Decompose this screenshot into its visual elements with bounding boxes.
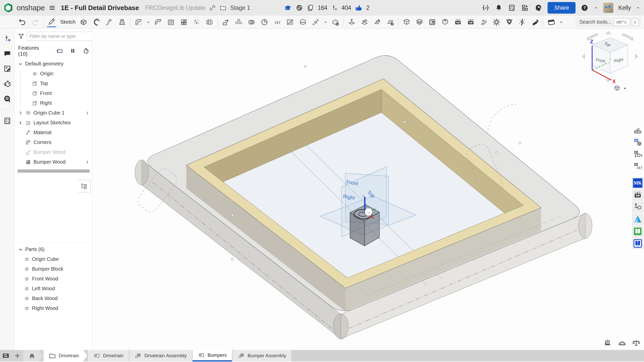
help-icon[interactable]: ?	[581, 4, 589, 12]
feature-corners[interactable]: Corners	[15, 137, 92, 147]
comments-button[interactable]	[3, 49, 12, 58]
extrude-tool[interactable]	[79, 17, 88, 27]
protractor-icon[interactable]	[618, 339, 626, 347]
chamfer-tool[interactable]	[153, 17, 163, 27]
delete-part-tool[interactable]	[331, 17, 340, 27]
variables-table-button[interactable]: (x)	[632, 161, 643, 172]
parts-group-row[interactable]: Parts (6)	[15, 244, 92, 254]
drag-handle-icon[interactable]	[86, 159, 89, 167]
view-options-button[interactable]	[613, 85, 627, 92]
part-origin-cube[interactable]: Origin Cube	[15, 254, 92, 264]
document-title[interactable]: 1E - Full Detail Drivebase	[61, 4, 139, 12]
feature-front[interactable]: Front	[15, 88, 92, 98]
main-menu-icon[interactable]	[48, 4, 56, 12]
feature-right[interactable]: Right	[15, 98, 92, 108]
draft-tool[interactable]	[221, 17, 231, 27]
tape-measure-icon[interactable]	[604, 339, 612, 347]
tab-drivetrain[interactable]: Drivetrain	[88, 350, 128, 361]
variables-tool[interactable]: (x)	[272, 17, 282, 27]
custom-person-feature[interactable]	[479, 17, 488, 27]
avatar[interactable]	[603, 3, 613, 13]
enclose-tool[interactable]	[360, 17, 369, 27]
triangle-app-button[interactable]	[632, 213, 643, 225]
feature-origin-cube-1[interactable]: Origin Cube 1	[15, 108, 92, 118]
feature-default-geometry[interactable]: Default geometry	[15, 59, 92, 69]
undo-button[interactable]	[18, 17, 27, 27]
sketch-tool-label[interactable]: Sketch	[60, 19, 76, 25]
collapse-panel-button[interactable]	[78, 180, 90, 192]
blue-book-app-button[interactable]	[632, 238, 643, 249]
robot-feature-1[interactable]	[453, 17, 463, 27]
mate-connector-tool[interactable]	[505, 17, 514, 27]
add-folder-icon[interactable]	[56, 47, 63, 54]
loft-tool[interactable]	[117, 17, 127, 27]
feature-layout-sketches[interactable]: Layout Sketches	[15, 118, 92, 128]
shell-tool[interactable]	[166, 17, 176, 27]
link-icon[interactable]	[209, 4, 216, 11]
sketch-tool[interactable]	[47, 17, 56, 27]
robot-app-button[interactable]	[632, 189, 643, 201]
search-tabs-button[interactable]	[0, 350, 12, 361]
tab-bumper-assembly[interactable]: Bumper Assembly	[233, 350, 291, 361]
green-book-app-button[interactable]	[632, 226, 643, 237]
circular-pattern-tool[interactable]	[260, 17, 269, 27]
suspend-rollback-icon[interactable]	[69, 48, 76, 54]
featurescript-icon[interactable]	[482, 4, 490, 12]
model-search-button[interactable]	[3, 95, 12, 103]
notes-button[interactable]	[3, 64, 12, 73]
filter-input[interactable]	[27, 32, 94, 41]
onshape-logo[interactable]	[4, 3, 13, 13]
feature-top[interactable]: Top	[15, 79, 92, 88]
mk-app-button[interactable]: MK	[632, 177, 643, 189]
part-back-wood[interactable]: Back Wood	[15, 294, 92, 303]
boolean-tool[interactable]	[247, 17, 256, 27]
learning-center-icon[interactable]	[534, 4, 543, 12]
bom-table-button[interactable]	[632, 136, 643, 148]
split-tool[interactable]	[285, 17, 295, 27]
marker-tool[interactable]	[530, 17, 540, 27]
home-tab[interactable]	[23, 350, 43, 361]
transform-tool-caret[interactable]	[324, 17, 327, 27]
feature-bumper-wood[interactable]: Bumper Wood	[15, 147, 92, 157]
surface-split-tool[interactable]	[298, 17, 308, 27]
graphics-viewport[interactable]: Front Right Top	[92, 29, 644, 350]
education-icon[interactable]	[284, 4, 292, 12]
chevron-down-icon[interactable]	[18, 61, 24, 67]
tube-tool[interactable]	[427, 17, 437, 27]
cylinder-tool[interactable]	[440, 17, 450, 27]
cut-list-button[interactable]	[3, 117, 12, 125]
create-tab-button[interactable]	[12, 350, 23, 361]
filter-icon[interactable]	[18, 33, 25, 40]
pattern-tool[interactable]	[234, 17, 243, 27]
user-caret-icon[interactable]	[636, 6, 640, 10]
likes-icon[interactable]	[355, 4, 363, 12]
feature-bumper-wood[interactable]: Bumper Wood	[15, 157, 92, 167]
feature-origin[interactable]: Origin	[15, 69, 92, 79]
sweep-tool[interactable]	[104, 17, 114, 27]
notifications-icon[interactable]	[495, 4, 503, 12]
tab-bumpers[interactable]: Bumpers	[193, 350, 232, 361]
feature-timer-icon[interactable]	[83, 47, 90, 54]
name-tag-tool-caret[interactable]	[559, 17, 563, 27]
tab-drivetrain-folder[interactable]: Drivetrain	[44, 350, 87, 361]
thicken-tool[interactable]	[347, 17, 356, 27]
part-right-wood[interactable]: Right Wood	[15, 303, 92, 313]
revolve-tool[interactable]	[92, 17, 101, 27]
share-button[interactable]: Share	[548, 2, 576, 14]
primitive-cube-tool[interactable]	[402, 17, 411, 27]
app-store-icon[interactable]	[521, 4, 529, 12]
rollback-bar[interactable]	[18, 169, 90, 173]
part-front-wood[interactable]: Front Wood	[15, 274, 92, 284]
part-left-wood[interactable]: Left Wood	[15, 284, 92, 294]
drag-handle-icon[interactable]	[86, 110, 89, 118]
view-cube[interactable]: Top Front Right Z X Y	[579, 30, 641, 86]
search-tools[interactable]: Search tools... alt/⌥ c	[575, 17, 641, 27]
copies-icon[interactable]	[307, 4, 314, 12]
tasks-icon[interactable]	[508, 4, 516, 12]
feature-material[interactable]: Material	[15, 128, 92, 137]
help-caret-icon[interactable]	[594, 6, 598, 10]
inserts-icon[interactable]	[331, 4, 338, 11]
performance-button[interactable]	[3, 80, 12, 88]
robot-feature-2[interactable]	[466, 17, 476, 27]
public-icon[interactable]	[296, 4, 303, 12]
